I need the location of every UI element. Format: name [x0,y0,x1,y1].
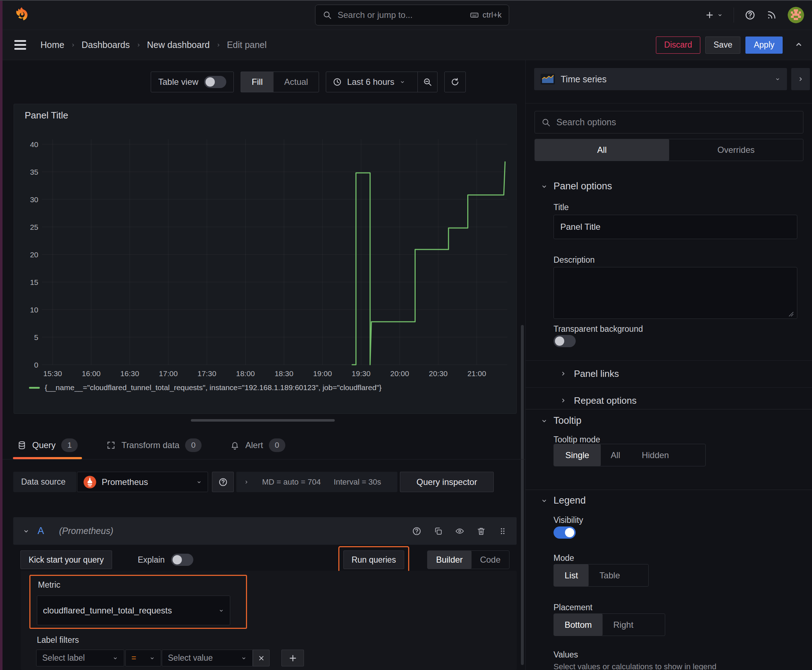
legend-mode-table[interactable]: Table [588,564,631,586]
panel-title-input[interactable] [554,215,797,239]
discard-button[interactable]: Discard [656,37,700,54]
new-menu-button[interactable] [705,10,723,20]
disable-query-eye-icon[interactable] [455,526,464,536]
kick-start-query-button[interactable]: Kick start your query [20,550,112,569]
collapse-header-button[interactable] [794,40,804,51]
tooltip-mode-label: Tooltip mode [554,435,600,445]
metric-value: cloudflared_tunnel_total_requests [43,606,172,616]
help-icon[interactable] [745,10,755,20]
panel-preview: Panel Title 051015202530354015:3016:0016… [14,104,517,414]
section-legend[interactable]: Legend [541,495,586,506]
toggle-options-pane-button[interactable] [791,68,810,90]
remove-filter-button[interactable] [253,650,270,667]
query-row-header[interactable]: A (Prometheus) [13,517,517,545]
duplicate-query-icon[interactable] [434,526,443,536]
breadcrumb-edit-panel: Edit panel [227,40,267,50]
tab-query-count: 1 [61,438,78,452]
add-filter-button[interactable] [281,650,304,667]
svg-text:20:00: 20:00 [390,369,409,377]
actual-option[interactable]: Actual [273,72,319,92]
tab-alert[interactable]: Alert 0 [226,431,289,459]
tab-all[interactable]: All [535,139,669,161]
tab-query[interactable]: Query 1 [13,431,82,459]
chevron-down-icon [22,528,30,535]
options-search-input[interactable] [556,117,797,127]
datasource-help-button[interactable] [212,472,234,492]
user-avatar[interactable] [788,7,804,23]
panel-preview-title[interactable]: Panel Title [25,110,68,121]
query-inspector-button[interactable]: Query inspector [400,472,494,492]
datasource-picker[interactable]: Prometheus [77,472,208,492]
legend-placement-right[interactable]: Right [603,614,644,636]
legend-placement-bottom[interactable]: Bottom [554,614,603,636]
metric-label: Metric [38,580,61,590]
metric-select[interactable]: cloudflared_tunnel_total_requests [37,596,230,625]
tab-transform-data[interactable]: Transform data 0 [102,431,206,459]
section-panel-options[interactable]: Panel options [541,181,612,192]
section-divider [526,490,812,490]
delete-query-trash-icon[interactable] [476,526,486,536]
global-search-input[interactable] [337,10,464,20]
section-panel-links[interactable]: Panel links [559,365,619,382]
breadcrumb: Home Dashboards New dashboard Edit panel [41,40,267,50]
select-value-placeholder: Select value [168,653,213,663]
legend-placement-switch: Bottom Right [554,613,665,636]
chevron-right-icon [70,42,76,48]
options-search-box[interactable] [534,111,804,134]
panel-description-textarea[interactable] [554,267,797,319]
legend-series-swatch[interactable] [29,387,40,389]
query-options-summary[interactable]: MD = auto = 704 Interval = 30s [236,472,397,492]
transparent-bg-toggle[interactable] [554,335,576,347]
fill-option[interactable]: Fill [241,72,273,92]
grafana-logo-icon[interactable] [13,6,31,24]
apply-button[interactable]: Apply [746,37,783,54]
breadcrumb-new-dashboard[interactable]: New dashboard [147,40,210,50]
explain-toggle[interactable] [171,554,193,566]
builder-option[interactable]: Builder [427,551,471,569]
legend-mode-list[interactable]: List [554,564,588,586]
tooltip-mode-all[interactable]: All [601,444,631,466]
tooltip-mode-single[interactable]: Single [554,444,601,466]
metric-highlight: Metric cloudflared_tunnel_total_requests [29,575,247,629]
query-help-icon[interactable] [412,526,421,536]
menu-toggle-button[interactable] [14,40,26,50]
table-view-label: Table view [158,77,198,87]
chart-svg: 051015202530354015:3016:0016:3017:0017:3… [20,125,512,381]
table-view-toggle[interactable] [204,76,226,88]
legend-series-label[interactable]: {__name__="cloudflared_tunnel_total_requ… [45,383,381,392]
refresh-button[interactable] [444,71,466,92]
section-repeat-options[interactable]: Repeat options [559,392,637,409]
code-option[interactable]: Code [471,551,509,569]
tooltip-mode-hidden[interactable]: Hidden [630,444,680,466]
save-button[interactable]: Save [705,37,741,54]
panel-resize-handle[interactable] [191,419,335,421]
legend-visibility-toggle[interactable] [554,526,576,539]
main-scrollbar[interactable] [521,325,524,665]
run-queries-button[interactable]: Run queries [343,550,404,569]
select-value-dropdown[interactable]: Select value [162,650,253,667]
select-label-dropdown[interactable]: Select label [36,650,124,667]
drag-grip-icon[interactable] [498,526,507,536]
chevron-down-icon [196,479,202,485]
chevron-down-icon [541,183,548,190]
divider [526,387,812,387]
visualization-picker[interactable]: Time series [534,68,787,90]
description-field-label: Description [554,255,595,265]
editor-tabs: Query 1 Transform data 0 Alert 0 [0,431,525,460]
time-series-chart[interactable]: 051015202530354015:3016:0016:3017:0017:3… [20,125,512,381]
svg-text:35: 35 [30,168,38,176]
global-search-box[interactable]: ctrl+k [315,5,509,25]
operator-dropdown[interactable]: = [125,650,161,667]
news-rss-icon[interactable] [766,10,777,20]
breadcrumb-home[interactable]: Home [41,40,64,50]
refresh-icon [450,77,460,86]
plus-icon [705,10,714,20]
breadcrumb-dashboards[interactable]: Dashboards [81,40,130,50]
svg-text:15:30: 15:30 [43,369,62,377]
section-tooltip[interactable]: Tooltip [541,415,581,426]
transparent-bg-label: Transparent background [554,324,643,334]
tab-overrides[interactable]: Overrides [669,139,804,161]
zoom-out-button[interactable] [417,72,437,92]
time-range-picker[interactable]: Last 6 hours [326,72,411,92]
tab-transform-label: Transform data [121,440,180,450]
